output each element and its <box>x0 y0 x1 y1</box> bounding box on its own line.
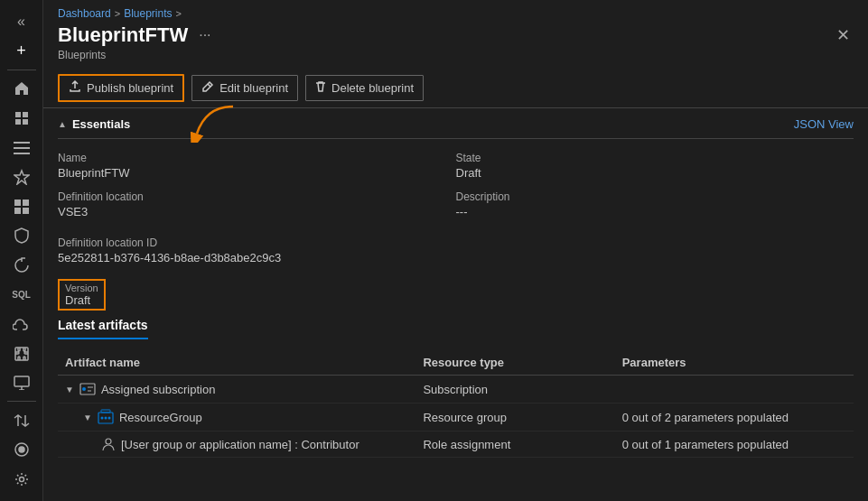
delete-label: Delete blueprint <box>331 81 414 95</box>
expand-icon-1[interactable]: ▼ <box>83 413 92 422</box>
artifact-name-cell-1: ▼ ResourceGroup <box>58 404 415 431</box>
sidebar-divider <box>7 70 36 70</box>
svg-point-28 <box>104 417 107 420</box>
col-header-name: Artifact name <box>58 350 415 376</box>
artifact-type-1: Resource group <box>415 404 614 431</box>
svg-rect-3 <box>23 119 28 125</box>
svg-marker-7 <box>14 171 29 184</box>
svg-point-22 <box>82 387 86 391</box>
delete-icon <box>315 80 326 96</box>
resource-group-icon <box>98 409 114 425</box>
gear-bottom-icon[interactable] <box>4 464 40 494</box>
expand-icon-0[interactable]: ▼ <box>65 385 74 394</box>
dashboard-icon[interactable] <box>4 104 40 134</box>
grid-icon[interactable] <box>4 191 40 221</box>
essentials-location-id: Definition location ID 5e252811-b376-413… <box>58 237 854 264</box>
expand-sidebar-icon[interactable]: « <box>4 7 40 37</box>
monitor-icon[interactable] <box>4 368 40 398</box>
essentials-name: Name BlueprintFTW <box>58 148 456 187</box>
breadcrumb-dashboard[interactable]: Dashboard <box>58 7 111 20</box>
svg-rect-2 <box>15 119 21 125</box>
sync-icon[interactable] <box>4 251 40 281</box>
artifacts-table-head: Artifact name Resource type Parameters <box>58 350 854 376</box>
artifact-params-2: 0 out of 1 parameters populated <box>615 431 854 458</box>
artifact-type-0: Subscription <box>415 376 614 404</box>
sidebar: « + SQL <box>0 0 43 501</box>
svg-point-17 <box>19 447 24 452</box>
header-subtitle: Blueprints <box>58 49 215 61</box>
circle-icon[interactable] <box>4 435 40 465</box>
header: BlueprintFTW ··· Blueprints ✕ <box>43 23 868 69</box>
close-button[interactable]: ✕ <box>833 23 854 47</box>
essentials-state: State Draft <box>456 148 854 187</box>
subscription-icon <box>79 381 96 397</box>
artifact-name-2: [User group or application name] : Contr… <box>121 438 359 451</box>
artifacts-table-body: ▼ Assigned subscription <box>58 376 854 458</box>
breadcrumb-sep-2: > <box>176 8 182 19</box>
col-header-type: Resource type <box>415 350 614 376</box>
breadcrumb-sep-1: > <box>115 8 120 19</box>
publish-blueprint-button[interactable]: Publish blueprint <box>58 74 184 102</box>
arrows-icon[interactable] <box>4 405 40 435</box>
essentials-title: Essentials <box>72 117 130 131</box>
svg-rect-5 <box>14 147 30 149</box>
breadcrumb-blueprints[interactable]: Blueprints <box>124 7 172 20</box>
svg-rect-8 <box>14 199 21 206</box>
shield-icon[interactable] <box>4 221 40 251</box>
publish-icon <box>69 80 81 96</box>
artifacts-section: Latest artifacts Artifact name Resource … <box>58 318 854 458</box>
table-row: ▼ Assigned subscription <box>58 376 854 404</box>
list-icon[interactable] <box>4 133 40 162</box>
svg-rect-26 <box>101 410 110 413</box>
svg-rect-10 <box>14 208 21 214</box>
artifact-name-1: ResourceGroup <box>119 411 202 424</box>
page-title: BlueprintFTW <box>58 23 188 47</box>
user-icon <box>101 437 116 451</box>
svg-rect-11 <box>23 208 29 214</box>
breadcrumb: Dashboard > Blueprints > <box>43 0 868 23</box>
cloud-icon[interactable] <box>4 310 40 339</box>
sql-icon[interactable]: SQL <box>4 280 40 310</box>
delete-blueprint-button[interactable]: Delete blueprint <box>305 75 424 101</box>
edit-label: Edit blueprint <box>219 81 288 95</box>
sidebar-divider-2 <box>7 401 36 402</box>
artifact-name-cell-2: [User group or application name] : Contr… <box>58 431 415 458</box>
edit-blueprint-button[interactable]: Edit blueprint <box>191 75 298 101</box>
artifacts-title: Latest artifacts <box>58 318 148 339</box>
table-row: [User group or application name] : Contr… <box>58 431 854 458</box>
artifact-params-1: 0 out of 2 parameters populated <box>615 404 854 431</box>
col-header-params: Parameters <box>615 350 854 376</box>
svg-point-27 <box>100 417 103 420</box>
toolbar: Publish blueprint Edit blueprint Delete … <box>43 69 868 108</box>
add-icon[interactable]: + <box>4 37 40 67</box>
essentials-description: Description --- <box>456 187 854 226</box>
table-header-row: Artifact name Resource type Parameters <box>58 350 854 376</box>
version-badge: Version Draft <box>58 279 106 311</box>
svg-line-19 <box>208 84 210 87</box>
essentials-section-header: ▲ Essentials JSON View <box>58 108 854 139</box>
artifact-name-0: Assigned subscription <box>101 383 215 396</box>
svg-rect-0 <box>15 112 21 117</box>
svg-point-29 <box>107 417 110 420</box>
main-panel: Dashboard > Blueprints > BlueprintFTW ··… <box>43 0 868 501</box>
svg-rect-9 <box>23 199 29 206</box>
svg-point-30 <box>106 439 111 444</box>
more-options-button[interactable]: ··· <box>195 25 214 45</box>
svg-rect-13 <box>14 376 29 386</box>
table-row: ▼ ResourceGroup <box>58 404 854 431</box>
collapse-icon[interactable]: ▲ <box>58 119 67 129</box>
json-view-link[interactable]: JSON View <box>794 117 854 131</box>
content-area: ▲ Essentials JSON View Name BlueprintFTW… <box>43 108 868 501</box>
publish-label: Publish blueprint <box>87 81 173 95</box>
svg-rect-6 <box>14 153 30 154</box>
edit-icon <box>201 80 214 96</box>
essentials-grid: Name BlueprintFTW State Draft Definition… <box>58 148 854 226</box>
svg-rect-4 <box>14 142 30 144</box>
puzzle-icon[interactable] <box>4 339 40 368</box>
home-icon[interactable] <box>4 74 40 104</box>
artifacts-table: Artifact name Resource type Parameters ▼ <box>58 350 854 458</box>
essentials-location: Definition location VSE3 <box>58 187 456 226</box>
svg-rect-1 <box>23 112 28 117</box>
artifact-params-0 <box>615 376 854 404</box>
star-icon[interactable] <box>4 162 40 192</box>
